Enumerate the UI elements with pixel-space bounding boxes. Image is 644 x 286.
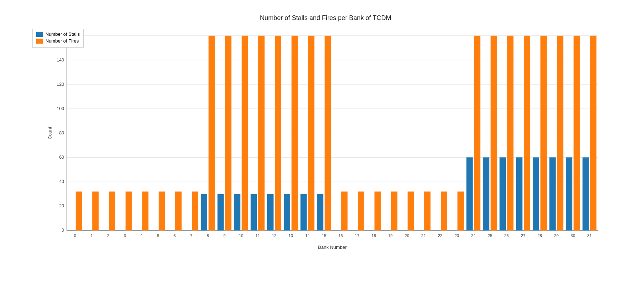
svg-text:120: 120 <box>57 82 64 87</box>
svg-text:17: 17 <box>355 233 360 238</box>
legend-stalls: Number of Stalls <box>36 31 80 37</box>
svg-text:7: 7 <box>190 233 192 238</box>
bar-fires-7 <box>192 192 198 231</box>
svg-text:16: 16 <box>338 233 343 238</box>
bar-fires-23 <box>458 192 464 231</box>
svg-text:10: 10 <box>239 233 243 238</box>
bar-fires-11 <box>258 36 265 231</box>
legend: Number of Stalls Number of Fires <box>32 29 84 48</box>
bar-stalls-25 <box>483 157 489 230</box>
bar-fires-17 <box>358 192 364 231</box>
svg-text:5: 5 <box>157 233 159 238</box>
svg-text:20: 20 <box>405 233 409 238</box>
bar-fires-16 <box>341 192 348 231</box>
bar-fires-25 <box>491 36 497 231</box>
chart-svg: 0204060801001201401600123456789101112131… <box>29 29 623 251</box>
svg-text:18: 18 <box>371 233 376 238</box>
svg-text:28: 28 <box>537 233 542 238</box>
bar-fires-21 <box>424 192 431 231</box>
svg-text:25: 25 <box>488 233 492 238</box>
bar-stalls-10 <box>234 194 240 230</box>
bar-fires-5 <box>159 192 165 231</box>
svg-text:27: 27 <box>521 233 526 238</box>
svg-text:40: 40 <box>59 179 64 184</box>
bar-stalls-31 <box>582 157 589 230</box>
svg-text:0: 0 <box>62 228 64 233</box>
bar-stalls-12 <box>267 194 274 230</box>
svg-text:14: 14 <box>305 233 310 238</box>
svg-text:20: 20 <box>59 203 64 208</box>
bar-fires-30 <box>574 36 580 231</box>
bar-fires-6 <box>175 192 182 231</box>
bar-stalls-11 <box>251 194 257 230</box>
bar-fires-18 <box>375 192 381 231</box>
bar-fires-3 <box>126 192 132 231</box>
svg-text:100: 100 <box>57 106 64 111</box>
bar-fires-0 <box>76 192 82 231</box>
bar-stalls-13 <box>284 194 290 230</box>
bar-stalls-14 <box>301 194 307 230</box>
bar-fires-13 <box>292 36 298 231</box>
bar-fires-20 <box>408 192 414 231</box>
svg-text:26: 26 <box>504 233 509 238</box>
legend-fires-color <box>36 39 43 44</box>
legend-fires-label: Number of Fires <box>45 38 79 44</box>
bar-fires-8 <box>209 36 215 231</box>
bar-fires-27 <box>524 36 530 231</box>
chart-title: Number of Stalls and Fires per Bank of T… <box>29 14 623 22</box>
bar-stalls-29 <box>549 157 556 230</box>
bar-fires-31 <box>590 36 597 231</box>
bar-fires-10 <box>242 36 248 231</box>
bar-fires-2 <box>109 192 115 231</box>
svg-text:2: 2 <box>107 233 109 238</box>
svg-text:60: 60 <box>59 155 64 160</box>
bar-fires-19 <box>391 192 397 231</box>
svg-text:6: 6 <box>174 233 176 238</box>
svg-text:21: 21 <box>421 233 426 238</box>
chart-area: Number of Stalls Number of Fires 0204060… <box>29 29 623 251</box>
chart-container: Number of Stalls and Fires per Bank of T… <box>0 0 644 286</box>
svg-text:12: 12 <box>272 233 277 238</box>
svg-text:80: 80 <box>59 130 64 135</box>
svg-text:31: 31 <box>587 233 592 238</box>
bar-fires-15 <box>325 36 331 231</box>
bar-fires-26 <box>507 36 514 231</box>
bar-stalls-30 <box>566 157 572 230</box>
bar-fires-24 <box>474 36 480 231</box>
svg-text:9: 9 <box>223 233 225 238</box>
bar-stalls-8 <box>201 194 207 230</box>
svg-text:15: 15 <box>322 233 326 238</box>
svg-text:8: 8 <box>207 233 209 238</box>
svg-text:4: 4 <box>140 233 142 238</box>
svg-text:0: 0 <box>74 233 76 238</box>
bar-fires-29 <box>557 36 564 231</box>
legend-fires: Number of Fires <box>36 38 80 44</box>
bar-fires-9 <box>225 36 231 231</box>
svg-text:140: 140 <box>57 58 64 63</box>
bar-fires-28 <box>540 36 547 231</box>
svg-text:Bank Number: Bank Number <box>318 245 347 250</box>
bar-fires-22 <box>441 192 447 231</box>
bar-fires-1 <box>92 192 99 231</box>
bar-stalls-26 <box>499 157 506 230</box>
svg-text:3: 3 <box>124 233 126 238</box>
legend-stalls-label: Number of Stalls <box>45 31 80 37</box>
legend-stalls-color <box>36 32 43 37</box>
svg-text:24: 24 <box>471 233 476 238</box>
svg-text:13: 13 <box>289 233 293 238</box>
svg-text:19: 19 <box>388 233 393 238</box>
svg-text:29: 29 <box>554 233 559 238</box>
bar-stalls-28 <box>533 157 539 230</box>
bar-fires-4 <box>142 192 148 231</box>
bar-stalls-24 <box>467 157 473 230</box>
svg-text:23: 23 <box>454 233 459 238</box>
bar-stalls-27 <box>516 157 523 230</box>
bar-stalls-15 <box>317 194 323 230</box>
svg-text:22: 22 <box>438 233 443 238</box>
bar-fires-14 <box>308 36 314 231</box>
svg-text:Count: Count <box>47 127 53 139</box>
bar-stalls-9 <box>218 194 224 230</box>
svg-text:30: 30 <box>571 233 575 238</box>
svg-text:11: 11 <box>255 233 260 238</box>
svg-text:1: 1 <box>91 233 93 238</box>
